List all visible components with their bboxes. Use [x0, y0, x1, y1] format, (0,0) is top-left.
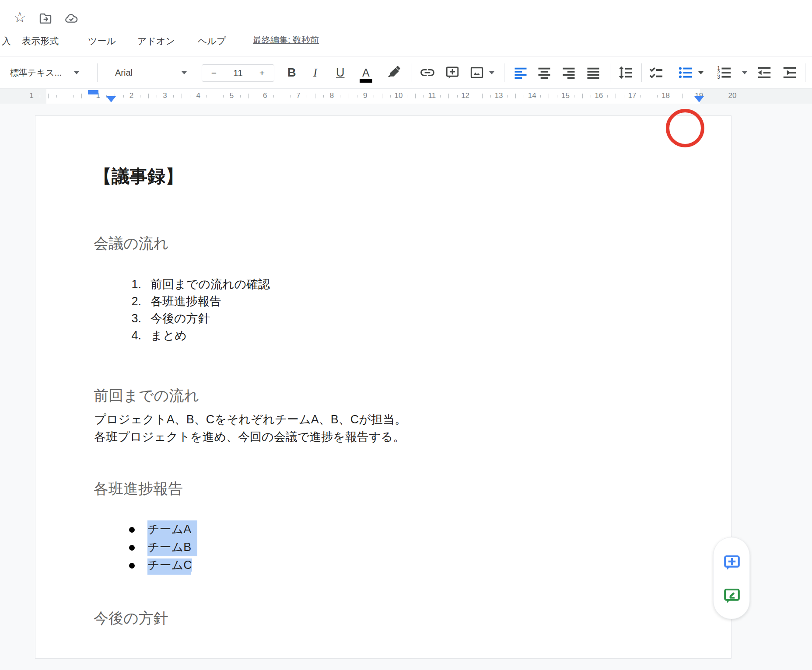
paragraph-line[interactable]: プロジェクトA、B、CをそれぞれチームA、B、Cが担当。: [94, 411, 406, 428]
ruler-tick: [557, 95, 557, 98]
paragraph-style-value: 標準テキス...: [10, 67, 62, 79]
menu-help[interactable]: ヘルプ: [198, 35, 226, 47]
italic-button[interactable]: I: [313, 56, 317, 89]
list-item[interactable]: チームB: [94, 538, 139, 556]
selected-text: チームA: [147, 520, 197, 538]
ruler-tick: [282, 94, 282, 98]
ruler-tick: [424, 95, 424, 98]
ruler-tick: [315, 94, 315, 98]
align-center-button[interactable]: [536, 56, 552, 89]
ruler-tick: [206, 95, 207, 98]
insert-image-button[interactable]: [469, 56, 494, 89]
doc-title[interactable]: 【議事録】: [94, 165, 183, 188]
ruler-tick: [515, 94, 516, 98]
ruler-tick: [582, 94, 583, 98]
line-spacing-icon: [617, 64, 634, 81]
bullet-icon: [129, 545, 135, 551]
left-indent-marker[interactable]: [106, 96, 116, 102]
teams-bulleted-list[interactable]: チームA チームB チームC: [94, 520, 139, 574]
menu-tools[interactable]: ツール: [88, 35, 116, 47]
font-size-decrease-button[interactable]: −: [202, 65, 226, 81]
decrease-indent-button[interactable]: [756, 56, 773, 89]
heading-team-progress[interactable]: 各班進捗報告: [94, 478, 183, 499]
ruler-stray-number: 1: [29, 91, 33, 100]
font-family-dropdown[interactable]: Arial: [115, 56, 187, 89]
ruler-number: 15: [561, 91, 570, 100]
ruler-number: 9: [363, 91, 367, 100]
list-item[interactable]: チームC: [94, 556, 139, 574]
ruler-tick: [349, 94, 349, 98]
ruler-tick: [640, 95, 641, 98]
text-color-button[interactable]: A: [362, 56, 370, 89]
document-page[interactable]: 【議事録】 会議の流れ 1. 前回までの流れの確認 2. 各班進捗報告 3. 今…: [35, 115, 732, 659]
numbered-list-button[interactable]: 1 2 3: [716, 56, 747, 89]
link-icon: [419, 64, 436, 81]
menu-insert-partial[interactable]: 入: [2, 35, 11, 47]
selected-text: チームC: [147, 558, 192, 572]
red-annotation-circle: [666, 109, 704, 147]
ruler-tick: [157, 95, 157, 98]
divider: [641, 63, 642, 82]
ruler-tick: [540, 95, 541, 98]
ruler[interactable]: 1 1234567891011121314151617181920: [0, 88, 812, 104]
menu-addons[interactable]: アドオン: [137, 35, 175, 47]
checklist-button[interactable]: [648, 56, 664, 89]
align-right-button[interactable]: [561, 56, 577, 89]
ruler-tick: [140, 95, 140, 98]
last-edit-link[interactable]: 最終編集: 数秒前: [253, 34, 319, 46]
toolbar: 標準テキス... Arial − 11 + B I U A: [0, 56, 812, 88]
increase-indent-button[interactable]: [781, 56, 798, 89]
heading-future-policy[interactable]: 今後の方針: [94, 608, 168, 628]
first-line-indent-marker[interactable]: [88, 90, 98, 94]
ruler-number: 8: [330, 91, 334, 100]
chevron-down-icon: [489, 71, 494, 74]
paragraph-line[interactable]: 各班プロジェクトを進め、今回の会議で進捗を報告する。: [94, 428, 405, 446]
add-comment-fab[interactable]: [723, 553, 741, 572]
ruler-tick: [182, 94, 182, 98]
image-icon: [469, 65, 485, 80]
ruler-tick: [48, 94, 49, 98]
move-to-folder-icon[interactable]: [38, 11, 53, 26]
underline-button[interactable]: U: [336, 56, 345, 89]
ruler-tick: [549, 94, 549, 98]
bold-button[interactable]: B: [287, 56, 296, 89]
ruler-number: 18: [662, 91, 670, 100]
heading-previous-flow[interactable]: 前回までの流れ: [94, 385, 199, 405]
ruler-tick: [40, 95, 40, 98]
chevron-down-icon: [182, 71, 187, 74]
right-indent-marker[interactable]: [694, 96, 704, 102]
ruler-number: 2: [130, 91, 133, 100]
add-comment-button[interactable]: [444, 56, 460, 89]
ruler-tick: [474, 95, 474, 98]
cloud-saved-icon[interactable]: [64, 11, 79, 26]
suggest-edits-fab[interactable]: [723, 586, 741, 605]
divider: [504, 63, 504, 82]
align-left-icon: [513, 65, 528, 80]
ruler-tick: [323, 95, 324, 98]
chevron-down-icon: [742, 71, 747, 74]
insert-link-button[interactable]: [419, 56, 436, 89]
indent-decrease-icon: [756, 64, 773, 81]
ruler-tick: [682, 94, 683, 98]
menu-format[interactable]: 表示形式: [22, 35, 59, 47]
ruler-tick: [524, 95, 524, 98]
font-size-increase-button[interactable]: +: [250, 65, 274, 81]
bulleted-list-button[interactable]: [677, 56, 704, 89]
ruler-tick: [482, 94, 483, 98]
highlighter-icon: [387, 65, 402, 80]
font-size-value[interactable]: 11: [226, 65, 250, 81]
ruler-tick: [374, 95, 374, 98]
line-spacing-button[interactable]: [617, 56, 634, 89]
list-item[interactable]: チームA: [94, 520, 139, 538]
ruler-number: 17: [628, 91, 637, 100]
heading-meeting-flow[interactable]: 会議の流れ: [94, 233, 169, 253]
star-icon[interactable]: ☆: [13, 10, 28, 24]
comment-add-icon: [444, 65, 460, 80]
align-justify-button[interactable]: [585, 56, 601, 89]
ruler-tick: [440, 95, 441, 98]
highlight-color-button[interactable]: [387, 56, 402, 89]
paragraph-style-dropdown[interactable]: 標準テキス...: [10, 56, 79, 89]
ruler-number: 6: [263, 91, 267, 100]
divider: [805, 63, 805, 82]
align-left-button[interactable]: [513, 56, 528, 89]
